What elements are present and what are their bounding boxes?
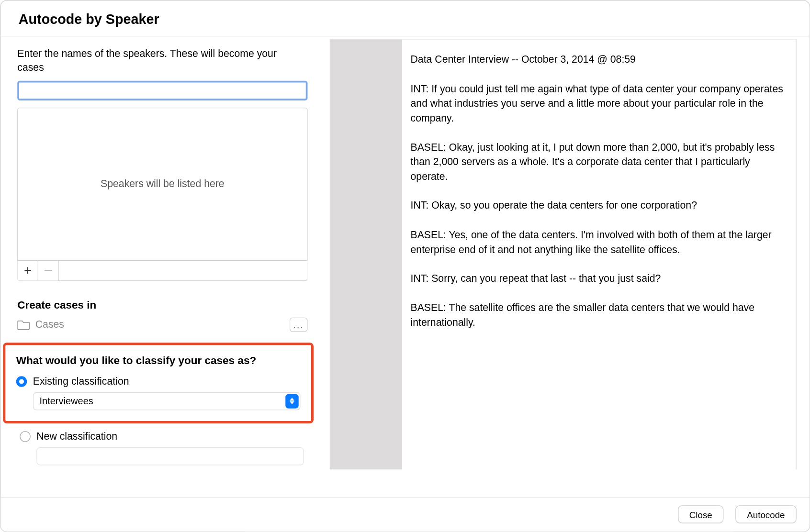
new-classification-radio[interactable] [20, 431, 31, 442]
dialog-title: Autocode by Speaker [0, 0, 809, 36]
left-pane: Enter the names of the speakers. These w… [0, 36, 316, 497]
cases-folder-label: Cases [35, 319, 285, 331]
preview-paragraph: BASEL: Yes, one of the data centers. I'm… [411, 228, 788, 257]
new-classification-label: New classification [36, 431, 117, 443]
existing-classification-row[interactable]: Existing classification [16, 376, 301, 388]
remove-speaker-button[interactable]: − [38, 261, 59, 280]
cases-location-row: Cases ... [17, 318, 307, 332]
close-button[interactable]: Close [678, 505, 723, 523]
preview-paragraph: INT: If you could just tell me again wha… [411, 82, 788, 126]
speaker-instruction: Enter the names of the speakers. These w… [17, 47, 300, 75]
select-arrows-icon [285, 394, 299, 409]
speaker-name-input[interactable] [17, 81, 307, 100]
autocode-button[interactable]: Autocode [736, 505, 797, 523]
existing-classification-radio[interactable] [16, 376, 27, 387]
speaker-list-placeholder: Speakers will be listed here [101, 178, 225, 190]
dialog-footer: Close Autocode [0, 497, 809, 532]
preview-paragraph: INT: Okay, so you operate the data cente… [411, 199, 788, 214]
speaker-list[interactable]: Speakers will be listed here [17, 108, 307, 261]
classify-heading: What would you like to classify your cas… [16, 355, 301, 367]
right-pane: Data Center Interview -- October 3, 2014… [316, 36, 809, 497]
preview-content[interactable]: Data Center Interview -- October 3, 2014… [402, 40, 796, 470]
dialog-body: Enter the names of the speakers. These w… [0, 36, 809, 497]
existing-classification-select[interactable]: Interviewees [33, 392, 301, 410]
speaker-toolbar: + − [17, 261, 307, 281]
select-value: Interviewees [40, 396, 93, 407]
new-classification-section: New classification [17, 431, 300, 466]
add-speaker-button[interactable]: + [18, 261, 39, 280]
create-cases-heading: Create cases in [17, 299, 300, 311]
existing-classification-select-wrap: Interviewees [33, 392, 301, 410]
preview-paragraph: BASEL: The satellite offices are the sma… [411, 301, 788, 331]
autocode-dialog: Autocode by Speaker Enter the names of t… [0, 0, 810, 532]
document-preview: Data Center Interview -- October 3, 2014… [330, 39, 797, 469]
new-classification-row[interactable]: New classification [20, 431, 300, 443]
classification-highlight: What would you like to classify your cas… [3, 343, 314, 423]
preview-paragraph: BASEL: Okay, just looking at it, I put d… [411, 140, 788, 184]
existing-classification-label: Existing classification [33, 376, 129, 388]
folder-icon [17, 319, 31, 330]
preview-gutter [330, 40, 402, 470]
new-classification-input[interactable] [36, 447, 304, 466]
preview-paragraph: INT: Sorry, can you repeat that last -- … [411, 272, 788, 287]
preview-header: Data Center Interview -- October 3, 2014… [411, 53, 788, 67]
cases-more-button[interactable]: ... [290, 318, 308, 332]
